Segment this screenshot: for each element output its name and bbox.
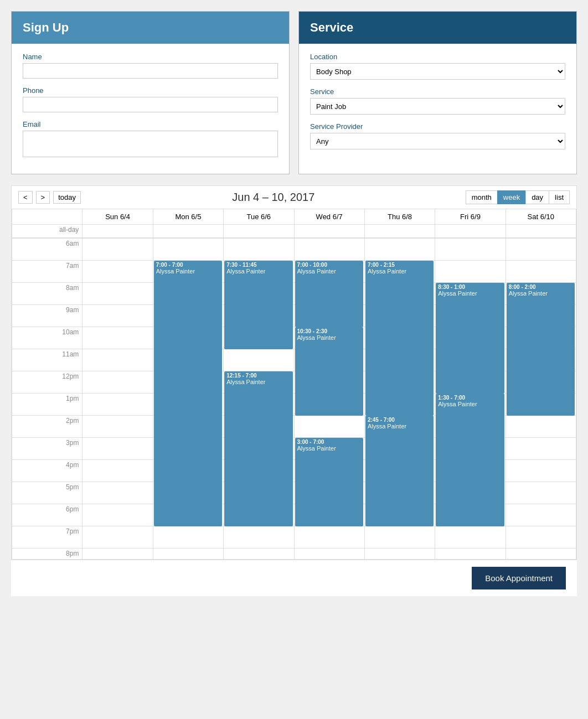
time-label-6am: 6am [12,239,82,261]
cal-cell-1-13[interactable] [153,526,223,549]
cal-cell-0-8[interactable] [82,416,153,438]
cal-cell-2-14[interactable] [224,549,294,560]
time-row-8am: 8am8:30 - 1:00Alyssa Painter8:00 - 2:00A… [12,283,576,305]
cal-cell-0-3[interactable] [82,305,153,327]
cal-cell-2-13[interactable] [224,526,294,549]
cal-cell-0-10[interactable] [82,460,153,482]
event-block[interactable]: 1:30 - 7:00Alyssa Painter [436,394,504,526]
time-label-10am: 10am [12,327,82,349]
cal-cell-0-11[interactable] [82,482,153,504]
cal-cell-0-0[interactable] [82,239,153,261]
provider-select[interactable]: Any Alyssa Painter John Smith [310,133,565,149]
list-view-btn[interactable]: list [549,190,570,204]
email-input[interactable] [23,131,278,157]
cal-cell-6-8[interactable] [506,416,576,438]
event-block[interactable]: 2:45 - 7:00Alyssa Painter [365,416,434,526]
col-tue: Tue 6/6 [224,209,294,225]
cal-cell-4-0[interactable] [364,239,435,261]
cal-cell-0-5[interactable] [82,349,153,371]
cal-cell-6-12[interactable] [506,504,576,526]
service-select[interactable]: Paint Job Oil Change Tire Rotation [310,98,565,115]
cal-cell-3-14[interactable] [294,549,364,560]
month-view-btn[interactable]: month [466,190,498,204]
week-view-btn[interactable]: week [497,190,526,204]
book-appointment-button[interactable]: Book Appointment [472,567,566,589]
cal-cell-3-1[interactable]: 7:00 - 10:00Alyssa Painter [294,261,364,283]
event-block[interactable]: 7:30 - 11:45Alyssa Painter [224,261,292,349]
event-block[interactable]: 3:00 - 7:00Alyssa Painter [295,438,363,526]
cal-cell-6-2[interactable]: 8:00 - 2:00Alyssa Painter [506,283,576,305]
cal-cell-6-11[interactable] [506,482,576,504]
cal-cell-6-1[interactable] [506,261,576,283]
cal-cell-0-14[interactable] [82,549,153,560]
cal-cell-2-6[interactable]: 12:15 - 7:00Alyssa Painter [224,371,294,394]
cal-cell-4-1[interactable]: 7:00 - 2:15Alyssa Painter [364,261,435,283]
calendar-body[interactable]: 6am7am7:00 - 7:00Alyssa Painter7:30 - 11… [12,238,576,559]
cal-cell-6-10[interactable] [506,460,576,482]
time-label-7am: 7am [12,261,82,283]
time-label-1pm: 1pm [12,394,82,416]
cal-cell-2-1[interactable]: 7:30 - 11:45Alyssa Painter [224,261,294,283]
cal-cell-3-0[interactable] [294,239,364,261]
allday-label: all-day [12,225,82,238]
cal-cell-4-8[interactable]: 2:45 - 7:00Alyssa Painter [364,416,435,438]
prev-button[interactable]: < [18,191,33,204]
cal-cell-3-8[interactable] [294,416,364,438]
cal-cell-0-7[interactable] [82,394,153,416]
phone-input[interactable] [23,97,278,112]
col-wed: Wed 6/7 [294,209,364,225]
col-fri: Fri 6/9 [435,209,506,225]
cal-cell-0-6[interactable] [82,371,153,394]
email-label: Email [23,120,278,128]
event-block[interactable]: 8:00 - 2:00Alyssa Painter [507,283,575,416]
cal-cell-5-7[interactable]: 1:30 - 7:00Alyssa Painter [435,394,506,416]
cal-cell-6-9[interactable] [506,438,576,460]
cal-cell-0-2[interactable] [82,283,153,305]
cal-cell-5-14[interactable] [435,549,506,560]
event-block[interactable]: 8:30 - 1:00Alyssa Painter [436,283,504,394]
cal-cell-1-14[interactable] [153,549,223,560]
cal-cell-6-0[interactable] [506,239,576,261]
cal-cell-1-1[interactable]: 7:00 - 7:00Alyssa Painter [153,261,223,283]
provider-label: Service Provider [310,122,565,131]
service-header: Service [299,12,576,44]
time-row-8pm: 8pm [12,549,576,560]
cal-cell-3-4[interactable]: 10:30 - 2:30Alyssa Painter [294,327,364,349]
col-sat: Sat 6/10 [506,209,576,225]
location-select[interactable]: Body Shop Main Office Downtown [310,63,565,80]
cal-cell-1-0[interactable] [153,239,223,261]
event-block[interactable]: 12:15 - 7:00Alyssa Painter [224,371,292,526]
cal-cell-0-12[interactable] [82,504,153,526]
cal-cell-4-13[interactable] [364,526,435,549]
cal-cell-0-1[interactable] [82,261,153,283]
today-button[interactable]: today [53,191,81,204]
cal-cell-0-13[interactable] [82,526,153,549]
event-block[interactable]: 10:30 - 2:30Alyssa Painter [295,327,363,416]
time-label-2pm: 2pm [12,416,82,438]
event-block[interactable]: 7:00 - 2:15Alyssa Painter [365,261,434,416]
cal-cell-2-5[interactable] [224,349,294,371]
col-sun: Sun 6/4 [82,209,153,225]
event-block[interactable]: 7:00 - 10:00Alyssa Painter [295,261,363,327]
cal-cell-3-13[interactable] [294,526,364,549]
allday-thu [364,225,435,238]
cal-cell-6-14[interactable] [506,549,576,560]
cal-cell-3-9[interactable]: 3:00 - 7:00Alyssa Painter [294,438,364,460]
cal-cell-2-0[interactable] [224,239,294,261]
cal-cell-6-13[interactable] [506,526,576,549]
cal-cell-0-4[interactable] [82,327,153,349]
cal-cell-5-13[interactable] [435,526,506,549]
name-input[interactable] [23,63,278,79]
cal-cell-5-1[interactable] [435,261,506,283]
calendar-title: Jun 4 – 10, 2017 [84,191,463,204]
next-button[interactable]: > [36,191,50,204]
cal-cell-0-9[interactable] [82,438,153,460]
event-block[interactable]: 7:00 - 7:00Alyssa Painter [154,261,222,526]
time-label-8pm: 8pm [12,549,82,560]
day-view-btn[interactable]: day [525,190,549,204]
cal-cell-4-14[interactable] [364,549,435,560]
cal-cell-5-0[interactable] [435,239,506,261]
cal-cell-5-2[interactable]: 8:30 - 1:00Alyssa Painter [435,283,506,305]
location-label: Location [310,53,565,61]
time-label-3pm: 3pm [12,438,82,460]
